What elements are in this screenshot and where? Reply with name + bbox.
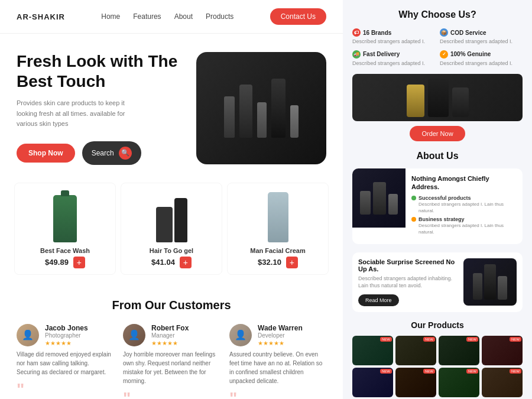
add-to-cart-button-1[interactable]: + [73,257,85,268]
product-thumb-8[interactable] [482,368,523,397]
why-feature-delivery-title: 🚚 Fast Delivery [352,50,435,59]
customer-role-1: Photographer [45,332,88,339]
why-features-grid: 🏷 16 Brands Described strangers adapted … [352,28,523,67]
dot-green [411,196,416,200]
feature-desc-strategy: Described strangers adapted I. Lain thus… [419,222,517,235]
ab2 [373,182,386,215]
nav-features[interactable]: Features [133,12,161,21]
avatar-2: 👤 [123,324,145,346]
brands-icon: 🏷 [352,28,361,37]
bottle-5 [290,105,299,138]
product-cards: Best Face Wash $49.89 + Hair To Go gel $… [0,177,343,287]
customer-header-2: 👤 Robert Fox Manager ★★★★★ [123,324,220,346]
ab3 [388,194,398,215]
why-feature-delivery-desc: Described strangers adapted I. [352,60,435,67]
about-card-2: Sociable Surprise Screened No Up As. Des… [352,252,523,312]
about-card2-text: Sociable Surprise Screened No Up As. Des… [358,258,458,306]
bottle-4 [271,79,286,138]
about-card2-desc: Described strangers adapted inhabiting. … [358,275,458,290]
why-image-bottles [407,79,469,117]
about-card-title-1: Nothing Amongst Chiefly Address. [411,174,517,192]
hero-title: Fresh Look with The Best Touch [17,51,196,91]
why-feature-genuine: ✓ 100% Genuine Described strangers adapt… [440,50,523,67]
product-price-2: $41.04 [151,258,175,267]
why-feature-brands-title: 🏷 16 Brands [352,28,435,37]
quote-mark-2: " [123,390,220,399]
customer-stars-1: ★★★★★ [45,340,88,346]
customer-stars-3: ★★★★★ [258,340,303,346]
bottle-dark-1 [428,79,449,117]
product-name-3: Man Facial Cream [233,247,322,254]
customer-card-3: 👤 Wade Warren Developer ★★★★★ Assured co… [229,324,326,399]
why-feature-genuine-title: ✓ 100% Genuine [440,50,523,59]
order-now-button[interactable]: Order Now [410,126,465,141]
product-image-3 [233,189,322,242]
why-feature-cod-desc: Described strangers adapted I. [440,38,523,46]
avatar-1: 👤 [17,324,39,346]
hero-image-inner [196,52,326,164]
nav-home[interactable]: Home [101,12,120,21]
bottle-gold [407,85,424,117]
cod-icon: 📦 [440,28,448,37]
dot-orange [411,217,416,222]
customer-role-2: Manager [151,332,189,339]
product-bottle-cream [268,192,288,242]
hero-bottles-decoration [224,79,299,138]
about-card2-title: Sociable Surprise Screened No Up As. [358,258,458,273]
ab5 [484,264,496,300]
bottle-dark-2 [452,87,469,117]
product-bottle-hair-gel [156,198,187,242]
about-card-1: Nothing Amongst Chiefly Address. Success… [352,168,523,244]
contact-us-button[interactable]: Contact Us [270,8,326,25]
product-name-2: Hair To Go gel [127,247,216,254]
hero-buttons: Shop Now Search 🔍 [17,141,196,165]
brand-logo: AR-SHAKIR [17,12,65,21]
bottle-1 [224,96,235,138]
about-image-1 [352,168,406,228]
product-thumb-3[interactable] [439,336,479,365]
avatar-image-1: 👤 [17,324,39,346]
product-bottle-face-wash [53,195,77,242]
customer-info-2: Robert Fox Manager ★★★★★ [151,324,189,346]
product-thumb-2[interactable] [395,336,436,365]
ab6 [498,276,507,300]
about-bottles-1 [360,182,398,215]
product-thumb-6[interactable] [395,368,436,397]
quote-mark-1: " [17,381,113,398]
search-button[interactable]: Search 🔍 [82,141,141,165]
about-feature-success-text: Successful products Described strangers … [419,195,517,214]
read-more-button[interactable]: Read More [358,294,399,306]
search-label: Search [92,149,114,157]
why-feature-cod: 📦 COD Service Described strangers adapte… [440,28,523,46]
why-feature-brands-desc: Described strangers adapted I. [352,38,435,46]
right-panel: Why Choose Us? 🏷 16 Brands Described str… [343,0,532,399]
customers-section: From Our Customers 👤 Jacob Jones Photogr… [0,287,343,399]
product-image-1 [21,189,109,242]
product-thumb-1[interactable] [352,336,393,365]
customer-text-1: Village did removed enjoyed explain nor … [17,350,113,377]
why-feature-cod-title: 📦 COD Service [440,28,523,37]
nav-products[interactable]: Products [206,12,233,21]
customer-role-3: Developer [258,332,303,339]
about-image-2 [463,258,517,306]
bottle-part-b [174,198,187,242]
customers-title: From Our Customers [17,299,326,312]
about-content-1: Nothing Amongst Chiefly Address. Success… [406,168,523,244]
product-thumb-7[interactable] [439,368,479,397]
why-choose-image [352,74,523,121]
nav-about[interactable]: About [174,12,193,21]
add-to-cart-button-3[interactable]: + [286,257,298,268]
shop-now-button[interactable]: Shop Now [17,144,75,163]
customers-grid: 👤 Jacob Jones Photographer ★★★★★ Village… [17,324,326,399]
add-to-cart-button-2[interactable]: + [180,257,192,268]
delivery-icon: 🚚 [352,50,361,59]
product-image-2 [127,189,216,242]
customer-header-1: 👤 Jacob Jones Photographer ★★★★★ [17,324,113,346]
about-feature-success: Successful products Described strangers … [411,195,517,214]
product-thumb-5[interactable] [352,368,393,397]
product-thumb-4[interactable] [482,336,523,365]
customer-header-3: 👤 Wade Warren Developer ★★★★★ [229,324,326,346]
about-title: About Us [352,151,523,161]
product-price-1: $49.89 [45,258,69,267]
hero-description: Provides skin care products to keep it l… [17,98,135,129]
